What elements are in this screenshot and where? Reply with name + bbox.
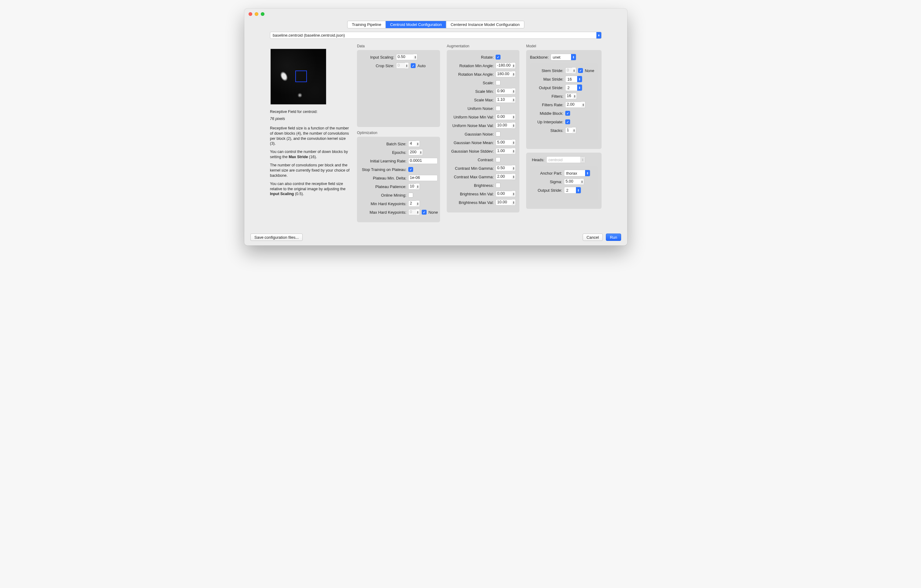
- stem-stride-input[interactable]: 0▲▼: [565, 67, 576, 74]
- stepper-icon[interactable]: ▲▼: [512, 174, 516, 180]
- brightness-max-input[interactable]: 10.00▲▼: [496, 199, 516, 206]
- stepper-icon[interactable]: ▲▼: [512, 148, 516, 154]
- scale-max-label: Scale Max:: [451, 98, 496, 102]
- contrast-max-input[interactable]: 2.00▲▼: [496, 174, 516, 180]
- stepper-icon[interactable]: ▲▼: [416, 200, 420, 207]
- sigma-input[interactable]: 5.00▲▼: [564, 178, 584, 185]
- stepper-icon[interactable]: ▲▼: [573, 93, 577, 99]
- stepper-icon[interactable]: ▲▼: [512, 71, 516, 78]
- config-file-select[interactable]: baseline.centroid (baseline.centroid.jso…: [270, 32, 602, 39]
- gaussian-noise-stddev-input[interactable]: 1.00▲▼: [496, 148, 516, 154]
- brightness-checkbox[interactable]: [496, 183, 501, 188]
- min-hard-keypoints-input[interactable]: 2▲▼: [408, 200, 420, 207]
- output-stride-select[interactable]: 2▲▼: [565, 84, 583, 91]
- stepper-icon[interactable]: ▲▼: [512, 199, 516, 206]
- epochs-input[interactable]: 200▲▼: [408, 149, 423, 156]
- max-hard-keypoints-input[interactable]: 0▲▼: [408, 209, 420, 216]
- stepper-icon[interactable]: ▲▼: [512, 114, 516, 120]
- max-stride-select[interactable]: 16▲▼: [565, 76, 583, 83]
- rotate-checkbox[interactable]: [496, 55, 501, 60]
- stepper-icon[interactable]: ▲▼: [580, 178, 584, 185]
- close-icon[interactable]: [249, 12, 252, 16]
- content: Receptive Field for centroid: 76 pixels …: [270, 44, 602, 224]
- cancel-button[interactable]: Cancel: [583, 234, 603, 241]
- middle-block-checkbox[interactable]: [565, 111, 570, 116]
- model-panel: Backbone: unet▲▼ Stem Stride: 0▲▼ None M…: [526, 50, 602, 149]
- stem-none-label: None: [585, 68, 594, 73]
- filters-rate-label: Filters Rate:: [534, 102, 565, 107]
- run-button[interactable]: Run: [606, 234, 621, 241]
- scale-max-input[interactable]: 1.10▲▼: [496, 96, 516, 103]
- uniform-noise-max-label: Uniform Noise Max Val:: [451, 123, 496, 128]
- online-mining-checkbox[interactable]: [408, 193, 413, 198]
- gaussian-noise-stddev-label: Gaussian Noise Stddev:: [451, 149, 496, 154]
- stepper-icon[interactable]: ▲▼: [512, 190, 516, 197]
- tab-training-pipeline[interactable]: Training Pipeline: [348, 21, 386, 28]
- plateau-stop-checkbox[interactable]: [408, 167, 413, 172]
- scale-min-input[interactable]: 0.90▲▼: [496, 88, 516, 95]
- stacks-label: Stacks:: [534, 128, 565, 133]
- max-hard-none-checkbox[interactable]: [422, 210, 426, 214]
- contrast-min-label: Contrast Min Gamma:: [451, 166, 496, 171]
- stacks-input[interactable]: 1▲▼: [565, 127, 576, 134]
- dropdown-icon: ▲▼: [577, 84, 582, 91]
- plateau-patience-input[interactable]: 10▲▼: [408, 183, 420, 190]
- learning-rate-input[interactable]: 0.0001: [408, 158, 438, 164]
- min-hard-keypoints-label: Min Hard Keypoints:: [361, 201, 408, 206]
- config-file-label: baseline.centroid (baseline.centroid.jso…: [273, 33, 345, 37]
- plateau-delta-input[interactable]: 1e-06: [408, 175, 438, 181]
- crop-auto-label: Auto: [417, 63, 426, 68]
- brightness-min-input[interactable]: 0.00▲▼: [496, 190, 516, 197]
- dropdown-icon: ▲▼: [580, 157, 585, 163]
- stepper-icon[interactable]: ▲▼: [512, 122, 516, 129]
- scale-checkbox[interactable]: [496, 80, 501, 85]
- rf-value: 76 pixels: [270, 116, 350, 122]
- brightness-max-label: Brightness Max Val:: [451, 200, 496, 205]
- filters-input[interactable]: 16▲▼: [565, 93, 577, 99]
- stepper-icon[interactable]: ▲▼: [512, 88, 516, 95]
- filters-rate-input[interactable]: 2.00▲▼: [565, 101, 586, 108]
- gaussian-noise-mean-input[interactable]: 5.00▲▼: [496, 139, 516, 146]
- stepper-icon[interactable]: ▲▼: [416, 209, 420, 216]
- learning-rate-label: Initial Learning Rate:: [361, 159, 408, 163]
- rotation-max-input[interactable]: 180.00▲▼: [496, 71, 516, 78]
- tab-centered-instance[interactable]: Centered Instance Model Configuration: [446, 21, 524, 28]
- anchor-part-select[interactable]: thorax▲▼: [564, 170, 590, 177]
- tab-centroid-config[interactable]: Centroid Model Configuration: [386, 21, 446, 28]
- stepper-icon[interactable]: ▲▼: [581, 101, 586, 108]
- uniform-noise-min-input[interactable]: 0.00▲▼: [496, 114, 516, 120]
- stepper-icon[interactable]: ▲▼: [512, 96, 516, 103]
- stem-none-checkbox[interactable]: [578, 68, 583, 73]
- stepper-icon[interactable]: ▲▼: [413, 54, 417, 60]
- stepper-icon[interactable]: ▲▼: [572, 67, 576, 74]
- gaussian-noise-checkbox[interactable]: [496, 132, 501, 136]
- heads-output-stride-select[interactable]: 2▲▼: [564, 187, 581, 193]
- stepper-icon[interactable]: ▲▼: [512, 62, 516, 69]
- stepper-icon[interactable]: ▲▼: [419, 149, 423, 156]
- stepper-icon[interactable]: ▲▼: [416, 183, 420, 190]
- crop-auto-checkbox[interactable]: [411, 63, 416, 68]
- minimize-icon[interactable]: [255, 12, 258, 16]
- contrast-label: Contrast:: [451, 158, 496, 162]
- save-config-button[interactable]: Save configuration files...: [251, 234, 303, 241]
- contrast-min-input[interactable]: 0.50▲▼: [496, 165, 516, 172]
- rotation-min-input[interactable]: -180.00▲▼: [496, 62, 516, 69]
- backbone-select[interactable]: unet▲▼: [551, 54, 576, 60]
- heads-select: centroid▲▼: [546, 156, 586, 163]
- input-scaling-input[interactable]: 0.50▲▼: [396, 54, 417, 60]
- crop-size-input[interactable]: 0▲▼: [396, 62, 409, 69]
- batch-size-input[interactable]: 4▲▼: [408, 140, 420, 147]
- stepper-icon[interactable]: ▲▼: [405, 62, 409, 69]
- stepper-icon[interactable]: ▲▼: [572, 127, 576, 134]
- contrast-max-label: Contrast Max Gamma:: [451, 175, 496, 179]
- up-interpolate-checkbox[interactable]: [565, 119, 570, 124]
- uniform-noise-checkbox[interactable]: [496, 106, 501, 111]
- stepper-icon[interactable]: ▲▼: [512, 139, 516, 146]
- top-tabs: Training Pipeline Centroid Model Configu…: [347, 21, 524, 28]
- uniform-noise-max-input[interactable]: 10.00▲▼: [496, 122, 516, 129]
- stepper-icon[interactable]: ▲▼: [416, 140, 420, 147]
- stepper-icon[interactable]: ▲▼: [512, 165, 516, 172]
- contrast-checkbox[interactable]: [496, 157, 501, 162]
- zoom-icon[interactable]: [261, 12, 264, 16]
- optimization-panel: Batch Size: 4▲▼ Epochs: 200▲▼ Initial Le…: [357, 137, 440, 222]
